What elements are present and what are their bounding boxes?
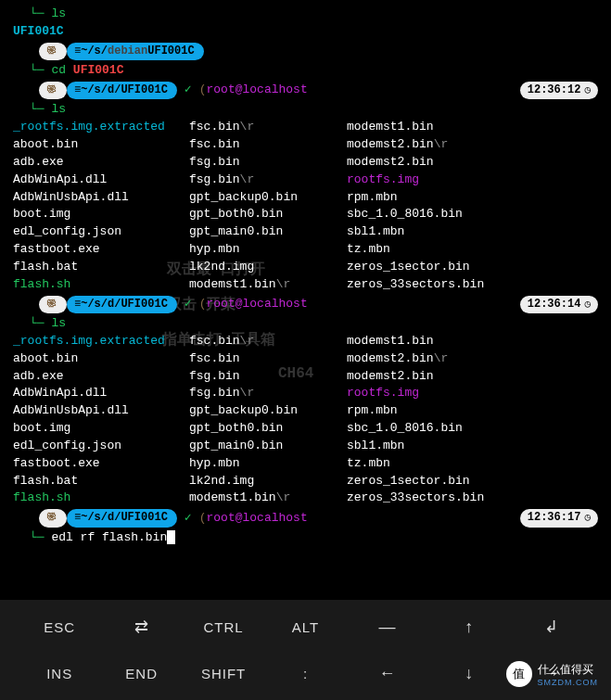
- clock-icon: [584, 510, 591, 526]
- file-item: lk2nd.img: [189, 259, 347, 276]
- cmd-ls: ls: [51, 6, 66, 20]
- watermark-sub: SMZDM.COM: [538, 678, 599, 687]
- kb-key-esc[interactable]: ESC: [19, 619, 100, 635]
- file-item: sbl1.mbn: [347, 223, 598, 241]
- prompt-ufi-1: ֎ ≡ ~/s/d/UFI001C ✓ ( root@localhost 12:…: [13, 82, 598, 99]
- file-item: modemst2.bin\r: [347, 136, 598, 154]
- cursor: [167, 530, 175, 544]
- file-item: fsg.bin: [189, 154, 347, 172]
- kb-key-↲[interactable]: ↲: [511, 617, 592, 637]
- file-item: gpt_main0.bin: [189, 223, 347, 241]
- file-item: aboot.bin: [13, 136, 189, 154]
- user-host: root@localhost: [206, 510, 307, 528]
- kb-key-↓[interactable]: ↓: [428, 664, 510, 683]
- file-item: modemst2.bin\r: [347, 350, 598, 368]
- file-item: hyp.mbn: [189, 455, 347, 473]
- file-item: modemst2.bin: [347, 154, 598, 172]
- file-item: flash.bat: [13, 473, 189, 490]
- cmd-edl: edl rf flash.bin: [51, 530, 167, 544]
- file-item: edl_config.json: [13, 438, 189, 455]
- path-pill: ≡ ~/s/debian UFI001C: [67, 43, 204, 60]
- swirl-icon: ֎: [46, 44, 57, 59]
- kb-key-ins[interactable]: INS: [19, 666, 100, 681]
- file-item: flash.sh: [13, 276, 189, 294]
- file-item: modemst2.bin: [347, 368, 598, 386]
- os-badge: ֎: [39, 82, 67, 99]
- cd-arg: UFI001C: [73, 63, 124, 77]
- kb-key-shift[interactable]: SHIFT: [183, 666, 264, 681]
- file-item: zeros_1sector.bin: [347, 473, 598, 490]
- kb-key-↑[interactable]: ↑: [428, 617, 510, 637]
- file-item: lk2nd.img: [189, 473, 347, 490]
- cmd-ls: ls: [51, 316, 66, 330]
- os-badge: ֎: [39, 43, 67, 60]
- kb-key-←[interactable]: ←: [347, 664, 428, 683]
- time-badge: 12:36:14: [520, 296, 598, 313]
- file-item: fastboot.exe: [13, 241, 189, 259]
- user-host: root@localhost: [206, 82, 307, 99]
- file-item: sbc_1.0_8016.bin: [347, 206, 598, 223]
- file-item: adb.exe: [13, 368, 189, 386]
- command-input-line[interactable]: └─ edl rf flash.bin: [13, 529, 598, 547]
- file-item: AdbWinApi.dll: [13, 172, 189, 189]
- prompt-debian: ֎ ≡ ~/s/debian UFI001C: [13, 43, 598, 60]
- file-item: flash.sh: [13, 490, 189, 507]
- file-item: boot.img: [13, 420, 189, 438]
- file-item: AdbWinApi.dll: [13, 385, 189, 402]
- path-pill: ≡ ~/s/d/UFI001C: [67, 509, 177, 527]
- file-item: _rootfs.img.extracted: [13, 333, 189, 350]
- branch-icon: └─: [30, 102, 51, 116]
- branch-icon: └─: [30, 316, 51, 330]
- file-item: flash.bat: [13, 259, 189, 276]
- kb-key-—[interactable]: —: [347, 617, 428, 637]
- file-item: fsg.bin\r: [189, 172, 347, 189]
- file-listing-1: _rootfs.img.extractedfsc.bin\rmodemst1.b…: [13, 119, 598, 293]
- file-item: gpt_main0.bin: [189, 438, 347, 455]
- file-item: modemst1.bin\r: [189, 490, 347, 507]
- file-item: rootfs.img: [347, 385, 598, 402]
- paren-open: (: [199, 82, 207, 99]
- kb-key-⇄[interactable]: ⇄: [100, 617, 182, 637]
- time-badge: 12:36:17: [520, 509, 598, 527]
- file-item: tz.mbn: [347, 241, 598, 259]
- file-item: zeros_33sectors.bin: [347, 276, 598, 294]
- file-item: modemst1.bin: [347, 333, 598, 350]
- file-item: fsg.bin: [189, 368, 347, 386]
- file-item: _rootfs.img.extracted: [13, 119, 189, 136]
- branch-icon: └─: [30, 6, 51, 20]
- file-item: rpm.mbn: [347, 189, 598, 207]
- file-item: modemst1.bin: [347, 119, 598, 136]
- file-item: modemst1.bin\r: [189, 276, 347, 294]
- file-item: boot.img: [13, 206, 189, 223]
- file-item: fsg.bin\r: [189, 385, 347, 402]
- kb-key-alt[interactable]: ALT: [264, 619, 346, 635]
- check-icon: ✓: [177, 510, 199, 528]
- prompt-ufi-3: ֎ ≡ ~/s/d/UFI001C ✓ ( root@localhost 12:…: [13, 509, 598, 527]
- file-item: rpm.mbn: [347, 402, 598, 420]
- branch-icon: └─: [30, 63, 51, 77]
- path-pill: ≡ ~/s/d/UFI001C: [67, 82, 177, 99]
- file-item: fastboot.exe: [13, 455, 189, 473]
- os-badge: ֎: [39, 296, 67, 313]
- file-item: fsc.bin: [189, 350, 347, 368]
- os-badge: ֎: [39, 509, 67, 527]
- kb-key-:[interactable]: :: [264, 666, 346, 681]
- swirl-icon: ֎: [46, 297, 57, 312]
- file-item: tz.mbn: [347, 455, 598, 473]
- kb-key-end[interactable]: END: [100, 666, 182, 681]
- file-item: gpt_backup0.bin: [189, 402, 347, 420]
- file-item: sbl1.mbn: [347, 438, 598, 455]
- path-pill: ≡ ~/s/d/UFI001C: [67, 296, 177, 313]
- prompt-ufi-2: ֎ ≡ ~/s/d/UFI001C ✓ ( root@localhost 12:…: [13, 296, 598, 313]
- file-item: rootfs.img: [347, 172, 598, 189]
- kb-key-ctrl[interactable]: CTRL: [183, 619, 264, 635]
- file-item: gpt_backup0.bin: [189, 189, 347, 207]
- file-item: AdbWinUsbApi.dll: [13, 189, 189, 207]
- user-host: root@localhost: [206, 296, 307, 313]
- time-badge: 12:36:12: [520, 82, 598, 99]
- file-item: sbc_1.0_8016.bin: [347, 420, 598, 438]
- clock-icon: [584, 83, 591, 98]
- swirl-icon: ֎: [46, 510, 57, 526]
- file-item: hyp.mbn: [189, 241, 347, 259]
- check-icon: ✓: [177, 82, 199, 99]
